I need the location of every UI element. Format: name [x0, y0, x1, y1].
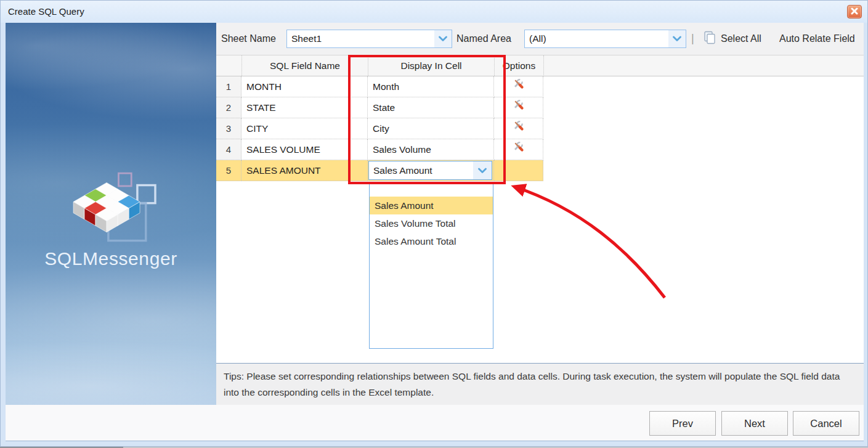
tools-icon[interactable] — [512, 76, 525, 97]
display-in-cell-cell[interactable]: Sales Volume — [368, 139, 494, 160]
col-header-display-in-cell: Display In Cell — [368, 55, 494, 76]
row-number-cell: 3 — [216, 118, 241, 139]
display-in-cell-dropdown-list: Sales Amount Sales Volume Total Sales Am… — [369, 183, 493, 349]
tools-icon[interactable] — [512, 118, 525, 139]
table-row[interactable]: 3 CITY City — [216, 118, 543, 139]
create-sql-query-dialog: Create SQL Query — [0, 0, 868, 447]
close-button[interactable] — [847, 5, 862, 18]
close-icon — [851, 6, 858, 17]
display-in-cell-cell[interactable]: Month — [368, 76, 494, 97]
copy-icon — [703, 31, 716, 47]
field-mapping-table: SQL Field Name Display In Cell Options 1… — [216, 55, 864, 363]
display-in-cell-select[interactable]: Sales Amount — [368, 161, 492, 180]
chevron-down-icon — [434, 30, 452, 47]
named-area-select[interactable]: (All) — [524, 30, 686, 48]
dialog-title: Create SQL Query — [8, 1, 84, 23]
dropdown-option[interactable]: Sales Volume Total — [370, 214, 493, 232]
col-header-sql-field-name: SQL Field Name — [241, 55, 368, 76]
tools-icon[interactable] — [512, 139, 525, 160]
sheet-name-label: Sheet Name — [221, 23, 276, 55]
named-area-value: (All) — [525, 33, 668, 44]
sql-field-name-cell: STATE — [241, 97, 368, 118]
dropdown-option[interactable]: Sales Amount Total — [370, 232, 493, 250]
sql-field-name-cell: SALES AMOUNT — [241, 160, 368, 181]
next-button[interactable]: Next — [721, 411, 788, 436]
sheet-name-value: Sheet1 — [287, 33, 434, 44]
tools-icon[interactable] — [512, 97, 525, 118]
options-cell[interactable] — [494, 139, 543, 160]
toolbar: Sheet Name Sheet1 Named Area (All) | Sel… — [216, 23, 864, 55]
header-end-divider — [543, 55, 544, 76]
chevron-down-icon — [668, 30, 686, 47]
row-number-cell: 5 — [216, 160, 241, 181]
select-all-button[interactable]: Select All — [703, 23, 761, 55]
col-header-options: Options — [494, 55, 543, 76]
row-number-cell: 4 — [216, 139, 241, 160]
named-area-label: Named Area — [456, 23, 511, 55]
footer-bar: Prev Next Cancel — [6, 405, 864, 441]
cancel-button[interactable]: Cancel — [793, 411, 859, 436]
branding-panel: SQLMessenger — [6, 23, 216, 405]
display-in-cell-cell[interactable]: State — [368, 97, 494, 118]
display-in-cell-cell: Sales Amount — [368, 160, 494, 181]
auto-relate-field-button[interactable]: Auto Relate Field — [779, 23, 855, 55]
footer-divider — [6, 441, 864, 441]
row-number-cell: 1 — [216, 76, 241, 97]
display-in-cell-cell[interactable]: City — [368, 118, 494, 139]
auto-relate-label: Auto Relate Field — [779, 33, 855, 44]
options-cell[interactable] — [494, 160, 543, 181]
select-all-label: Select All — [721, 33, 761, 44]
options-cell[interactable] — [494, 97, 543, 118]
sqlmessenger-logo-icon — [55, 172, 166, 261]
table-header: SQL Field Name Display In Cell Options — [216, 55, 864, 76]
toolbar-separator: | — [691, 23, 694, 54]
titlebar: Create SQL Query — [1, 1, 867, 23]
sql-field-name-cell: CITY — [241, 118, 368, 139]
sql-field-name-cell: SALES VOLUME — [241, 139, 368, 160]
tips-text: Tips: Please set corresponding relations… — [216, 363, 864, 405]
options-cell[interactable] — [494, 76, 543, 97]
table-row[interactable]: 4 SALES VOLUME Sales Volume — [216, 139, 543, 160]
app-name: SQLMessenger — [6, 248, 216, 269]
row-number-cell: 2 — [216, 97, 241, 118]
table-row[interactable]: 2 STATE State — [216, 97, 543, 118]
sheet-name-select[interactable]: Sheet1 — [286, 30, 452, 48]
table-row[interactable]: 1 MONTH Month — [216, 76, 543, 97]
prev-button[interactable]: Prev — [649, 411, 716, 436]
dropdown-option[interactable]: Sales Amount — [370, 197, 493, 214]
table-row-selected[interactable]: 5 SALES AMOUNT Sales Amount — [216, 160, 543, 181]
display-in-cell-value: Sales Amount — [369, 165, 473, 176]
sql-field-name-cell: MONTH — [241, 76, 368, 97]
chevron-down-icon[interactable] — [473, 161, 492, 179]
options-cell[interactable] — [494, 118, 543, 139]
table-rows: 1 MONTH Month 2 STATE State 3 CITY City — [216, 76, 543, 181]
